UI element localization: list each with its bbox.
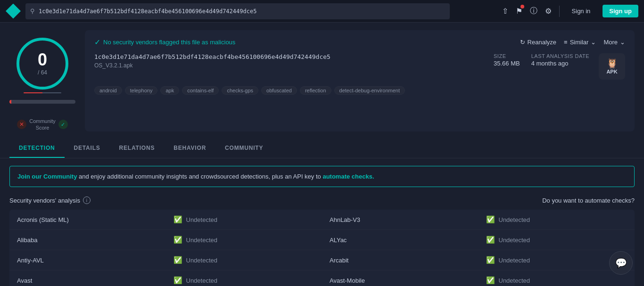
search-bar: ⚲ <box>25 3 450 19</box>
vendor-name-left: Acronis (Static ML) <box>9 210 166 230</box>
score-value: 0 <box>38 51 47 68</box>
body-area: Join our Community and enjoy additional … <box>0 158 644 286</box>
logo-icon[interactable] <box>6 4 21 19</box>
table-row: Antiy-AVL ✅ Undetected Arcabit ✅ Undetec… <box>9 250 635 270</box>
score-labels: ✕ CommunityScore ✓ <box>17 118 68 131</box>
similar-chevron-icon: ⌄ <box>591 39 596 46</box>
analysis-date-meta: Last Analysis Date 4 months ago <box>531 53 589 67</box>
x-icon[interactable]: ✕ <box>17 120 26 129</box>
hash-value: 1c0e3d1e71da4d7ae6f7b512bdf4128eacbf4be4… <box>94 53 484 60</box>
table-row: Avast ✅ Undetected Avast-Mobile ✅ Undete… <box>9 270 635 286</box>
upload-icon[interactable]: ⇧ <box>502 7 508 16</box>
file-type-icon: 🦉 APK <box>599 53 625 80</box>
vendor-status-right: ✅ Undetected <box>479 210 635 230</box>
topnav: ⚲ ⇧ ⚑ ⓘ ⚙ Sign in Sign up <box>0 0 644 23</box>
automate-checks-link[interactable]: automate checks. <box>322 173 374 180</box>
status-ok: ✓ No security vendors flagged this file … <box>94 38 235 47</box>
vendor-status-right: ✅ Undetected <box>479 270 635 286</box>
vendor-name-right: Arcabit <box>322 250 479 270</box>
vendor-status-left: ✅ Undetected <box>166 210 322 230</box>
score-panel: 0 / 64 ✕ CommunityScore ✓ <box>9 30 75 131</box>
vendor-status-left: ✅ Undetected <box>166 270 322 286</box>
tab-community[interactable]: COMMUNITY <box>215 139 272 158</box>
score-circle: 0 / 64 <box>17 38 68 90</box>
tag-detect-debug-environment[interactable]: detect-debug-environment <box>334 86 405 95</box>
tag-contains-elf[interactable]: contains-elf <box>182 86 219 95</box>
similar-button[interactable]: ≡ Similar ⌄ <box>564 39 596 46</box>
community-banner: Join our Community and enjoy additional … <box>9 166 635 188</box>
chat-bubble[interactable]: 💬 <box>609 251 633 275</box>
table-row: Acronis (Static ML) ✅ Undetected AhnLab-… <box>9 210 635 230</box>
tabs-container: DETECTIONDETAILSRELATIONSBEHAVIORCOMMUNI… <box>0 139 644 158</box>
file-details-row: 1c0e3d1e71da4d7ae6f7b512bdf4128eacbf4be4… <box>94 53 625 80</box>
vendor-name-left: Alibaba <box>9 230 166 250</box>
main-content: 0 / 64 ✕ CommunityScore ✓ ✓ No security … <box>0 23 644 139</box>
community-score-label: CommunityScore <box>29 118 56 131</box>
reanalyze-button[interactable]: ↻ Reanalyze <box>520 39 556 46</box>
tab-detection[interactable]: DETECTION <box>9 139 65 158</box>
check-icon-left: ✅ <box>173 256 182 264</box>
tag-apk[interactable]: apk <box>160 86 179 95</box>
tag-android[interactable]: android <box>94 86 122 95</box>
search-icon: ⚲ <box>30 8 35 15</box>
file-hash: 1c0e3d1e71da4d7ae6f7b512bdf4128eacbf4be4… <box>94 53 484 69</box>
notifications-icon[interactable]: ⚑ <box>516 7 522 16</box>
vendors-title: Security vendors' analysis i <box>9 196 91 204</box>
vendor-name-right: Avast-Mobile <box>322 270 479 286</box>
tag-telephony[interactable]: telephony <box>125 86 158 95</box>
join-community-link[interactable]: Join our Community <box>17 173 77 180</box>
check-icon[interactable]: ✓ <box>58 120 68 129</box>
check-icon-right: ✅ <box>486 276 495 285</box>
status-text: No security vendors flagged this file as… <box>103 39 235 46</box>
check-icon-right: ✅ <box>486 215 495 224</box>
more-button[interactable]: More ⌄ <box>603 39 625 46</box>
notification-badge <box>520 5 524 8</box>
file-name: OS_V3.2.1.apk <box>94 62 484 69</box>
android-icon: 🦉 <box>606 57 618 69</box>
file-panel: ✓ No security vendors flagged this file … <box>85 30 635 131</box>
vendor-status-left: ✅ Undetected <box>166 230 322 250</box>
vendor-name-left: Antiy-AVL <box>9 250 166 270</box>
check-icon-right: ✅ <box>486 256 495 264</box>
file-type-label: APK <box>606 69 617 74</box>
tag-checks-gps[interactable]: checks-gps <box>222 86 258 95</box>
automate-link: Do you want to automate checks? <box>542 197 635 204</box>
vendor-name-right: AhnLab-V3 <box>322 210 479 230</box>
analysis-date-label: Last Analysis Date <box>531 53 589 59</box>
vendor-status-right: ✅ Undetected <box>479 230 635 250</box>
more-label: More <box>603 39 618 46</box>
check-icon-left: ✅ <box>173 215 182 224</box>
tab-behavior[interactable]: BEHAVIOR <box>164 139 215 158</box>
header-actions: ↻ Reanalyze ≡ Similar ⌄ More ⌄ <box>520 39 625 46</box>
check-icon-left: ✅ <box>173 276 182 285</box>
sign-in-button[interactable]: Sign in <box>567 5 595 17</box>
similar-icon: ≡ <box>564 39 568 46</box>
tab-details[interactable]: DETAILS <box>65 139 110 158</box>
reanalyze-icon: ↻ <box>520 39 525 46</box>
tag-obfuscated[interactable]: obfuscated <box>261 86 297 95</box>
score-total: / 64 <box>38 69 47 76</box>
settings-icon[interactable]: ⚙ <box>545 7 552 16</box>
size-value: 35.66 MB <box>494 60 520 67</box>
size-meta: Size 35.66 MB <box>494 53 520 67</box>
nav-icons: ⇧ ⚑ ⓘ ⚙ Sign in Sign up <box>502 5 638 17</box>
help-icon[interactable]: ⓘ <box>530 6 537 16</box>
check-icon-right: ✅ <box>486 236 495 244</box>
score-bar <box>9 100 75 104</box>
analysis-date-value: 4 months ago <box>531 60 589 67</box>
vendor-name-left: Avast <box>9 270 166 286</box>
info-icon[interactable]: i <box>83 196 91 204</box>
vendor-name-right: ALYac <box>322 230 479 250</box>
tab-relations[interactable]: RELATIONS <box>110 139 165 158</box>
similar-label: Similar <box>570 39 589 46</box>
size-label: Size <box>494 53 520 59</box>
nav-divider <box>559 6 560 17</box>
check-icon-left: ✅ <box>173 236 182 244</box>
reanalyze-label: Reanalyze <box>528 39 556 46</box>
tags-row: androidtelephonyapkcontains-elfchecks-gp… <box>94 86 625 95</box>
status-check-icon: ✓ <box>94 38 100 47</box>
search-input[interactable] <box>39 8 445 15</box>
vendors-header: Security vendors' analysis i Do you want… <box>9 196 635 204</box>
sign-up-button[interactable]: Sign up <box>603 5 638 17</box>
tag-reflection[interactable]: reflection <box>300 86 331 95</box>
